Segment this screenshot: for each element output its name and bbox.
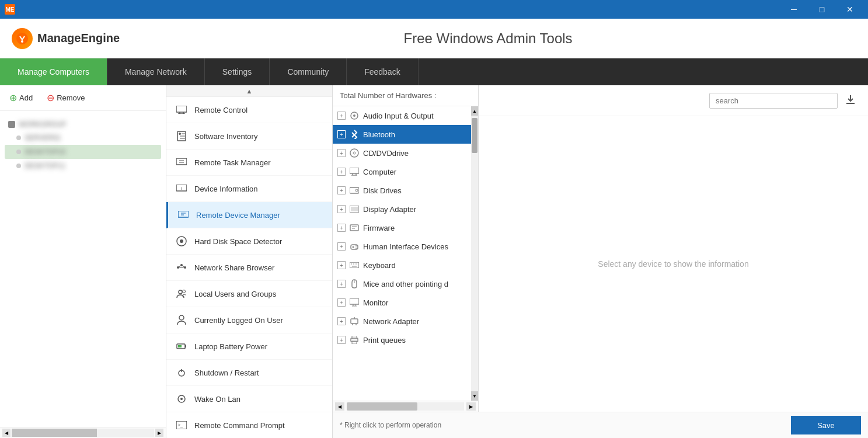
hw-expand-icon[interactable]: + [337, 130, 346, 138]
app-title: Free Windows Admin Tools [120, 30, 856, 47]
minimize-button[interactable]: ─ [780, 0, 807, 19]
tree-dot-icon [16, 150, 21, 154]
hw-expand-icon[interactable]: + [337, 336, 346, 344]
left-scroll-left[interactable]: ◀ [2, 429, 11, 437]
hw-expand-icon[interactable]: + [337, 242, 346, 251]
menu-hard-disk-space-detector[interactable]: Hard Disk Space Detector [166, 228, 332, 255]
hardware-header: Total Number of Hardwares : [333, 85, 478, 106]
svg-rect-32 [178, 345, 182, 347]
right-panel: Total Number of Hardwares : + Audio Inpu… [333, 85, 868, 438]
hw-mice[interactable]: + Mice and other pointing d [333, 274, 478, 293]
svg-point-36 [180, 398, 183, 400]
menu-remote-control[interactable]: Remote Control [166, 97, 332, 123]
svg-rect-11 [176, 158, 187, 165]
hw-expand-icon[interactable]: + [337, 280, 346, 288]
hw-scroll-down[interactable]: ▼ [471, 391, 478, 401]
maximize-button[interactable]: □ [808, 0, 835, 19]
menu-remote-command-prompt[interactable]: >_ Remote Command Prompt [166, 412, 332, 438]
hw-hscroll-left[interactable]: ◀ [335, 402, 344, 411]
hw-computer-label: Computer [363, 168, 396, 176]
hw-cdvdd[interactable]: + CD/DVDdrive [333, 144, 478, 162]
left-scroll-track [12, 429, 154, 437]
hw-expand-icon[interactable]: + [337, 112, 346, 120]
hw-computer[interactable]: + Computer [333, 162, 478, 181]
hw-monitor[interactable]: + Monitor [333, 293, 478, 312]
menu-remote-device-manager[interactable]: Remote Device Manager [166, 202, 332, 228]
tree-item-comp2[interactable]: DESKTOP10 [5, 145, 161, 159]
hw-scroll-up[interactable]: ▲ [471, 106, 478, 116]
disk-drives-icon [349, 185, 360, 196]
hw-expand-icon[interactable]: + [337, 317, 346, 325]
hw-disk-drives[interactable]: + Disk Drives [333, 181, 478, 200]
menu-device-information[interactable]: i Device Information [166, 176, 332, 202]
software-inventory-icon [176, 130, 187, 142]
svg-point-41 [350, 149, 358, 157]
detail-toolbar [479, 85, 868, 116]
menu-network-share-label: Network Share Browser [194, 263, 274, 272]
nav-manage-computers[interactable]: Manage Computers [0, 58, 107, 85]
hw-human-interface[interactable]: + Human Interface Devices [333, 237, 478, 256]
menu-laptop-battery-power[interactable]: Laptop Battery Power [166, 333, 332, 360]
left-panel: ⊕ Add ⊖ Remove WORKGROUP SERVER01 [0, 85, 166, 438]
save-button[interactable]: Save [791, 416, 861, 434]
menu-remote-task-manager[interactable]: Remote Task Manager [166, 150, 332, 176]
svg-point-28 [183, 290, 186, 293]
close-button[interactable]: ✕ [836, 0, 863, 19]
svg-rect-2 [176, 106, 187, 112]
menu-remote-device-manager-label: Remote Device Manager [196, 211, 280, 220]
local-users-icon [176, 288, 187, 300]
svg-rect-51 [350, 225, 358, 231]
menu-wake-on-lan[interactable]: Wake On Lan [166, 386, 332, 412]
hw-expand-icon[interactable]: + [337, 224, 346, 232]
hw-hscroll-right[interactable]: ▶ [466, 402, 476, 411]
hw-expand-icon[interactable]: + [337, 186, 346, 194]
nav-community[interactable]: Community [270, 58, 347, 85]
hw-keyboard[interactable]: + Keyboard [333, 256, 478, 274]
nav-manage-network[interactable]: Manage Network [107, 58, 205, 85]
svg-point-42 [353, 152, 355, 154]
hw-expand-icon[interactable]: + [337, 149, 346, 157]
menu-scroll-up[interactable]: ▲ [166, 85, 332, 97]
tree-dot-icon [16, 135, 21, 140]
monitor-icon [349, 297, 360, 308]
svg-point-7 [179, 133, 181, 135]
hw-expand-icon[interactable]: + [337, 261, 346, 269]
svg-text:>_: >_ [178, 423, 183, 427]
menu-currently-logged-on-user[interactable]: Currently Logged On User [166, 307, 332, 333]
comp3-name: DESKTOP11 [25, 162, 65, 170]
hw-display-adapter[interactable]: + Display Adapter [333, 200, 478, 218]
tree-item-comp3[interactable]: DESKTOP11 [5, 159, 161, 173]
device-information-icon: i [176, 183, 187, 194]
hw-print-queues[interactable]: + Print queues [333, 331, 478, 349]
menu-remote-control-label: Remote Control [194, 106, 247, 114]
download-button[interactable] [842, 91, 859, 110]
hw-expand-icon[interactable]: + [337, 205, 346, 213]
logged-on-user-icon [176, 314, 187, 326]
tree-group-workgroup: WORKGROUP SERVER01 DESKTOP10 DESKTOP11 [0, 116, 166, 175]
hw-firmware[interactable]: + Firmware [333, 218, 478, 237]
search-input[interactable] [709, 93, 838, 109]
hw-expand-icon[interactable]: + [337, 168, 346, 176]
hw-firmware-label: Firmware [363, 224, 395, 232]
svg-rect-68 [351, 319, 358, 324]
menu-shutdown-restart[interactable]: Shutdown / Restart [166, 360, 332, 386]
hw-bluetooth[interactable]: + Bluetooth [333, 125, 478, 144]
hw-network-adapter[interactable]: + Network Adapter [333, 312, 478, 331]
hw-expand-icon[interactable]: + [337, 298, 346, 307]
hw-scroll-thumb [472, 118, 477, 153]
hw-audio[interactable]: + Audio Input & Output [333, 106, 478, 125]
menu-software-inventory[interactable]: Software Inventory [166, 123, 332, 150]
hw-hscroll: ◀ ▶ [333, 401, 478, 412]
menu-local-users-groups[interactable]: Local Users and Groups [166, 281, 332, 307]
nav-settings[interactable]: Settings [205, 58, 270, 85]
left-toolbar: ⊕ Add ⊖ Remove [0, 85, 166, 111]
remove-button[interactable]: ⊖ Remove [44, 90, 87, 106]
svg-rect-54 [351, 245, 358, 249]
tree-item-comp1[interactable]: SERVER01 [5, 131, 161, 145]
nav-feedback[interactable]: Feedback [347, 58, 418, 85]
add-button[interactable]: ⊕ Add [7, 90, 35, 106]
hard-disk-icon [176, 235, 187, 247]
network-adapter-icon [349, 316, 360, 326]
left-scroll-right[interactable]: ▶ [155, 429, 163, 437]
menu-network-share-browser[interactable]: Network Share Browser [166, 255, 332, 281]
